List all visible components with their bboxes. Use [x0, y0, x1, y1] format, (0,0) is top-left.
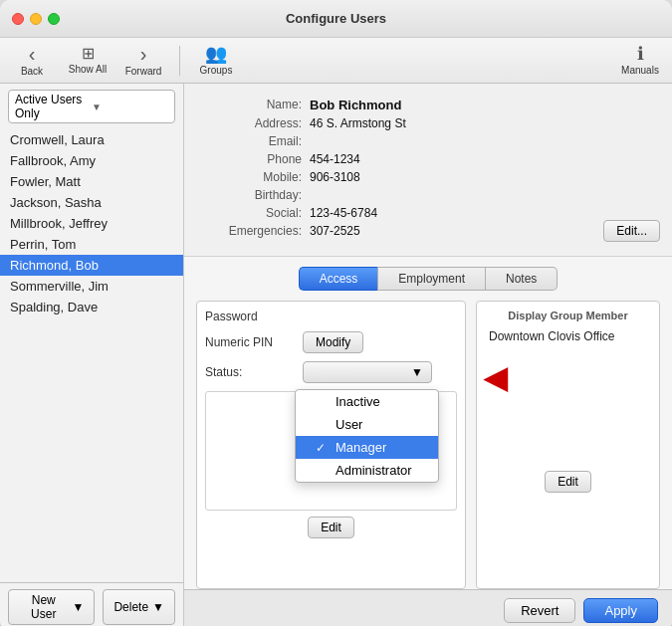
mobile-field-label: Mobile:: [200, 170, 310, 184]
red-arrow-indicator: ◀: [484, 363, 507, 393]
delete-arrow-icon: ▼: [152, 600, 164, 614]
tab-notes[interactable]: Notes: [486, 267, 558, 291]
apply-button[interactable]: Apply: [583, 598, 658, 623]
phone-value: 454-1234: [310, 152, 360, 166]
toolbar-separator: [179, 46, 180, 76]
show-all-icon: ⊞: [82, 46, 95, 62]
main-window: Configure Users ‹ Back ⊞ Show All › Forw…: [0, 0, 672, 626]
back-label: Back: [21, 66, 43, 77]
user-list-item[interactable]: Fallbrook, Amy: [0, 150, 183, 171]
name-field-label: Name:: [200, 98, 310, 112]
emergencies-field-label: Emergencies:: [200, 224, 310, 238]
sidebar: Active Users Only ▼ Cromwell, LauraFallb…: [0, 84, 184, 626]
manager-check: ✓: [316, 441, 330, 455]
new-user-button[interactable]: New User ▼: [8, 589, 95, 625]
groups-button[interactable]: 👥 Groups: [196, 45, 236, 76]
address-field-label: Address:: [200, 116, 310, 130]
mobile-value: 906-3108: [310, 170, 360, 184]
bottom-bar: Revert Apply: [184, 589, 672, 626]
left-edit-button[interactable]: Edit: [308, 517, 354, 538]
status-dropdown[interactable]: ▼: [303, 361, 432, 383]
user-edit-button[interactable]: Edit...: [603, 220, 660, 242]
filter-dropdown[interactable]: Active Users Only ▼: [8, 90, 175, 123]
back-button[interactable]: ‹ Back: [12, 44, 52, 77]
status-arrow-icon: ▼: [411, 365, 423, 379]
sidebar-bottom: New User ▼ Delete ▼: [0, 582, 183, 626]
user-list-item[interactable]: Jackson, Sasha: [0, 192, 183, 213]
delete-label: Delete: [113, 600, 148, 614]
social-value: 123-45-6784: [310, 206, 377, 220]
left-access-panel: Password Numeric PIN Modify Status:: [196, 301, 466, 589]
phone-field-label: Phone: [200, 152, 310, 166]
traffic-lights: [12, 13, 60, 25]
email-field-label: Email:: [200, 134, 310, 148]
user-list-item[interactable]: Sommerville, Jim: [0, 276, 183, 297]
toolbar: ‹ Back ⊞ Show All › Forward 👥 Groups ℹ M…: [0, 38, 672, 84]
show-all-label: Show All: [69, 64, 107, 75]
access-tab-content: Password Numeric PIN Modify Status:: [196, 301, 660, 589]
numeric-pin-label: Numeric PIN: [205, 335, 295, 349]
user-label: User: [336, 417, 362, 432]
manuals-button[interactable]: ℹ Manuals: [620, 45, 660, 76]
user-list-item[interactable]: Millbrook, Jeffrey: [0, 213, 183, 234]
right-list-area: [485, 345, 651, 465]
minimize-button[interactable]: [30, 13, 42, 25]
forward-icon: ›: [140, 44, 147, 64]
user-info-panel: Name: Bob Richmond Address: 46 S. Armsto…: [184, 84, 672, 257]
main-area: Active Users Only ▼ Cromwell, LauraFallb…: [0, 84, 672, 626]
right-access-panel: Display Group Member Downtown Clovis Off…: [476, 301, 660, 589]
groups-label: Groups: [200, 65, 233, 76]
inactive-label: Inactive: [336, 394, 380, 409]
user-list-item[interactable]: Richmond, Bob: [0, 255, 183, 276]
new-user-arrow-icon: ▼: [73, 600, 85, 614]
close-button[interactable]: [12, 13, 24, 25]
maximize-button[interactable]: [48, 13, 60, 25]
admin-label: Administrator: [336, 463, 412, 478]
status-row: Status: ▼ Inactive: [205, 361, 457, 383]
manuals-label: Manuals: [621, 65, 659, 76]
group-value: Downtown Clovis Office: [485, 327, 651, 345]
status-field-label: Status:: [205, 365, 295, 379]
back-icon: ‹: [29, 44, 36, 64]
modify-pin-button[interactable]: Modify: [303, 331, 363, 353]
social-field-label: Social:: [200, 206, 310, 220]
revert-button[interactable]: Revert: [504, 598, 575, 623]
status-option-administrator[interactable]: Administrator: [296, 459, 438, 482]
user-list-item[interactable]: Fowler, Matt: [0, 171, 183, 192]
manager-label: Manager: [336, 440, 386, 455]
titlebar: Configure Users: [0, 0, 672, 38]
status-option-manager[interactable]: ✓ Manager: [296, 436, 438, 459]
forward-button[interactable]: › Forward: [123, 44, 163, 77]
status-option-inactive[interactable]: Inactive: [296, 390, 438, 413]
user-list-item[interactable]: Perrin, Tom: [0, 234, 183, 255]
user-list: Cromwell, LauraFallbrook, AmyFowler, Mat…: [0, 129, 183, 582]
user-list-item[interactable]: Spalding, Dave: [0, 297, 183, 317]
status-dropdown-menu: Inactive User ✓ Manager: [295, 389, 439, 483]
emergencies-value: 307-2525: [310, 224, 360, 238]
user-list-item[interactable]: Cromwell, Laura: [0, 129, 183, 150]
filter-label: Active Users Only: [15, 93, 92, 120]
forward-label: Forward: [125, 66, 162, 77]
show-all-button[interactable]: ⊞ Show All: [68, 46, 108, 75]
tabs-area: Access Employment Notes Password: [184, 257, 672, 589]
manuals-icon: ℹ: [637, 45, 644, 63]
window-title: Configure Users: [286, 11, 386, 26]
address-value: 46 S. Armstong St: [310, 116, 406, 130]
birthday-field-label: Birthday:: [200, 188, 310, 202]
tab-employment[interactable]: Employment: [377, 267, 486, 291]
delete-button[interactable]: Delete ▼: [103, 589, 175, 625]
display-group-header: Display Group Member: [485, 310, 651, 321]
tab-access[interactable]: Access: [299, 267, 378, 291]
name-value: Bob Richmond: [310, 98, 401, 112]
right-edit-button[interactable]: Edit: [545, 471, 591, 493]
groups-icon: 👥: [205, 45, 227, 63]
filter-arrow-icon: ▼: [92, 102, 168, 112]
status-option-user[interactable]: User: [296, 413, 438, 436]
tab-bar: Access Employment Notes: [196, 267, 660, 291]
new-user-label: New User: [19, 593, 69, 621]
content-area: Name: Bob Richmond Address: 46 S. Armsto…: [184, 84, 672, 626]
password-label: Password: [205, 310, 295, 323]
